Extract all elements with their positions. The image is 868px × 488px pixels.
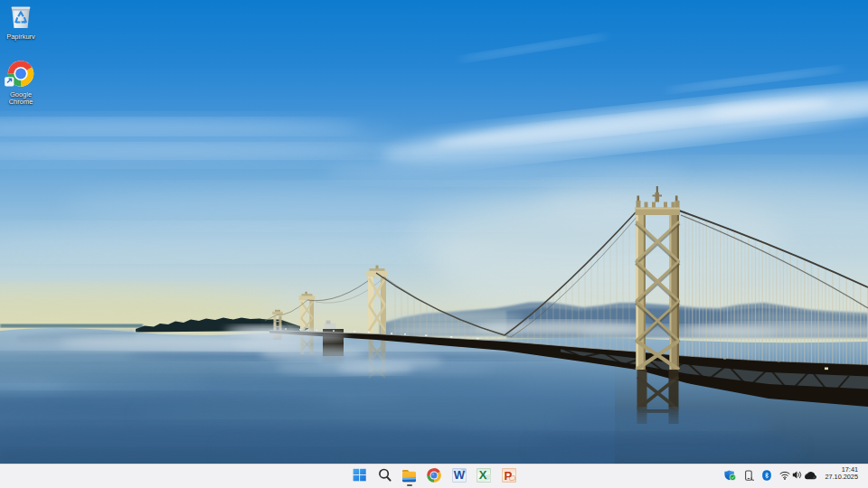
svg-text:W: W	[453, 468, 465, 482]
svg-text:X: X	[479, 468, 487, 482]
svg-text:P: P	[504, 469, 512, 483]
